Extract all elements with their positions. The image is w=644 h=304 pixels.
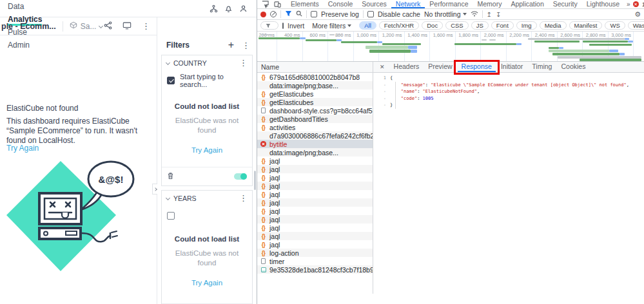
request-row[interactable]: {}jaql	[257, 223, 373, 232]
trash-icon[interactable]	[167, 171, 174, 182]
tab-cookies[interactable]: Cookies	[557, 62, 589, 72]
devtools-tab-performance[interactable]: Performance	[425, 0, 473, 8]
request-row[interactable]: {}jaql	[257, 182, 373, 190]
tab-timing[interactable]: Timing	[528, 62, 556, 72]
share-icon[interactable]	[104, 21, 112, 32]
request-name: jaql	[269, 182, 280, 190]
filter-funnel-icon[interactable]	[285, 10, 292, 18]
filters-scrollbar[interactable]	[254, 171, 256, 190]
devtools-tab-console[interactable]: Console	[324, 0, 358, 8]
disable-cache-checkbox[interactable]	[367, 11, 374, 17]
request-row[interactable]: {}getDashboardTitles	[257, 115, 373, 123]
filter-card-header[interactable]: YEARS⋮	[162, 191, 252, 205]
chip-js[interactable]: JS	[471, 21, 489, 30]
network-settings-icon[interactable]: ⚙	[634, 11, 641, 18]
waterfall-bar	[337, 34, 342, 35]
console-errors-icon[interactable]: ✕	[633, 1, 639, 7]
datasource-selector[interactable]: Sa...	[70, 21, 103, 31]
network-filter-input[interactable]	[260, 21, 278, 30]
request-row[interactable]: ✕bytitle	[257, 140, 373, 148]
devtools-tab-sources[interactable]: Sources	[357, 0, 391, 8]
export-har-icon[interactable]: ↧	[496, 11, 501, 18]
request-row[interactable]: {}jaql	[257, 240, 373, 249]
chip-css[interactable]: CSS	[445, 21, 469, 30]
filter-card-menu-icon[interactable]: ⋮	[239, 59, 248, 67]
dashboard-menu-icon[interactable]: ⋮	[142, 22, 150, 30]
tab-preview[interactable]: Preview	[424, 62, 456, 72]
network-overview-timeline[interactable]: 200 ms400 ms600 ms800 ms1,000 ms1,200 ms…	[257, 32, 644, 62]
chip-all[interactable]: All	[359, 21, 376, 30]
chip-fetchxhr[interactable]: Fetch/XHR	[379, 21, 419, 30]
name-column-header[interactable]: Name	[257, 62, 373, 72]
devtools-tab-elements[interactable]: Elements	[286, 0, 324, 8]
clear-network-log-icon[interactable]	[270, 11, 277, 17]
request-row[interactable]: d7a9030006886c67fefa6242cf6fb268.png	[257, 131, 373, 140]
filter-checkbox[interactable]	[167, 77, 175, 84]
search-icon[interactable]	[296, 10, 302, 18]
filters-collapse-handle[interactable]	[152, 184, 157, 195]
filter-checkbox[interactable]	[167, 212, 175, 220]
hierarchy-icon[interactable]	[210, 5, 218, 13]
record-network-log-button[interactable]	[260, 12, 266, 17]
user-icon[interactable]	[239, 5, 248, 13]
invert-checkbox[interactable]	[282, 23, 284, 29]
chip-img[interactable]: Img	[516, 21, 537, 30]
request-row[interactable]: {}getElasticubes	[257, 90, 373, 98]
more-tabs-icon[interactable]: »	[624, 1, 633, 8]
devtools-tab-lighthouse[interactable]: Lighthouse	[582, 0, 624, 8]
code-line: -}	[373, 102, 644, 109]
devtools-tab-security[interactable]: Security	[549, 0, 582, 8]
request-row[interactable]: dashboard-style.css?g=b8cc64af56b2c73f54…	[257, 106, 373, 115]
network-conditions-icon[interactable]	[471, 10, 478, 18]
request-row[interactable]: {}log-action	[257, 249, 373, 257]
request-row[interactable]: data:image/png;base...	[257, 148, 373, 157]
import-har-icon[interactable]: ↥	[487, 11, 492, 18]
request-row[interactable]: {}jaql	[257, 190, 373, 198]
request-row[interactable]: {}jaql	[257, 198, 373, 207]
chip-ws[interactable]: WS	[605, 21, 625, 30]
nav-tab-data[interactable]: Data	[8, 0, 42, 13]
request-row[interactable]: {}jaql	[257, 165, 373, 173]
bell-icon[interactable]	[224, 5, 233, 13]
device-toolbar-icon[interactable]	[271, 1, 284, 8]
request-row[interactable]: data:image/png;base...	[257, 81, 373, 90]
filter-card-header[interactable]: COUNTRY⋮	[162, 55, 252, 70]
request-row[interactable]: {}activities	[257, 123, 373, 131]
request-row[interactable]: 9e35328de1bac81248cf3cb7f18b9067.png	[257, 265, 373, 274]
chip-wasm[interactable]: Wasm	[628, 21, 644, 30]
request-row[interactable]: {}jaql	[257, 173, 373, 182]
request-row[interactable]: {}jaql	[257, 215, 373, 223]
chip-media[interactable]: Media	[540, 21, 567, 30]
request-row[interactable]: {}jaql	[257, 157, 373, 165]
add-filter-button[interactable]: +	[228, 40, 234, 50]
request-row[interactable]: {}jaql	[257, 207, 373, 215]
filters-menu-icon[interactable]: ⋮	[242, 41, 250, 50]
timeline-tick-label: 1,400 ms	[407, 32, 429, 38]
xhr-icon: {}	[260, 116, 267, 122]
tab-initiator[interactable]: Initiator	[497, 62, 527, 72]
devtools-tab-application[interactable]: Application	[506, 0, 548, 8]
request-row[interactable]: {}jaql	[257, 232, 373, 240]
devtools-tab-memory[interactable]: Memory	[473, 0, 506, 8]
chip-manifest[interactable]: Manifest	[569, 21, 603, 30]
inspect-element-icon[interactable]	[259, 1, 271, 8]
chip-doc[interactable]: Doc	[422, 21, 443, 30]
filter-enabled-toggle[interactable]	[234, 173, 247, 180]
throttling-dropdown[interactable]: No throttling	[424, 10, 467, 18]
tab-headers[interactable]: Headers	[390, 62, 424, 72]
filter-card-menu-icon[interactable]: ⋮	[239, 194, 248, 202]
filter-card-body: Could not load listElastiCube was not fo…	[162, 205, 252, 303]
request-row[interactable]: {}getElasticubes	[257, 98, 373, 106]
more-filters-dropdown[interactable]: More filters	[312, 22, 351, 30]
monitor-icon[interactable]	[122, 21, 132, 32]
chip-font[interactable]: Font	[491, 21, 514, 30]
preserve-log-checkbox[interactable]	[311, 11, 317, 17]
filter-search-label[interactable]: Start typing to search...	[180, 73, 247, 88]
request-row[interactable]: timer	[257, 257, 373, 265]
filter-try-again-link[interactable]: Try Again	[167, 146, 247, 154]
close-detail-icon[interactable]: ✕	[376, 64, 389, 70]
filter-try-again-link[interactable]: Try Again	[167, 279, 247, 287]
canvas-try-again-link[interactable]: Try Again	[6, 144, 39, 153]
request-row[interactable]: {}679a165d680810002b8047b8	[257, 73, 373, 81]
devtools-tab-network[interactable]: Network	[391, 0, 425, 8]
